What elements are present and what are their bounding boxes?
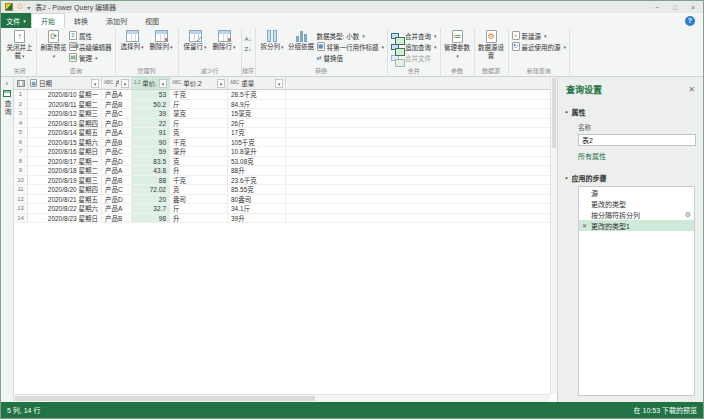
column-header-date[interactable]: ▦ 日期 ▾: [28, 77, 102, 89]
table-cell[interactable]: 千克: [170, 176, 228, 185]
table-cell[interactable]: 10.8毫升: [228, 147, 286, 156]
table-cell[interactable]: 2020/8/23 星期日: [28, 214, 102, 223]
table-cell[interactable]: 斤: [170, 204, 228, 213]
table-cell[interactable]: 2020/8/22 星期六: [28, 204, 102, 213]
table-cell[interactable]: 产品A: [102, 128, 132, 137]
row-number[interactable]: 10: [14, 176, 28, 185]
row-number[interactable]: 3: [14, 109, 28, 118]
table-cell[interactable]: 85.55克: [228, 185, 286, 194]
refresh-preview-button[interactable]: ⟳ 刷新预览▾: [40, 30, 67, 60]
table-cell[interactable]: 28.5千克: [228, 90, 286, 99]
table-cell[interactable]: 32.7: [132, 204, 170, 213]
filter-dropdown-icon[interactable]: ▾: [91, 79, 99, 88]
table-cell[interactable]: 15毫克: [228, 109, 286, 118]
manage-button[interactable]: ▤ 管理 ▾: [69, 52, 112, 63]
step-split-column-by-delimiter[interactable]: 按分隔符拆分列 ⚙: [579, 209, 694, 220]
table-cell[interactable]: 83.5: [132, 157, 170, 166]
table-cell[interactable]: 43.8: [132, 166, 170, 175]
scrollbar-thumb[interactable]: [15, 396, 315, 401]
table-cell[interactable]: 2020/8/16 星期日: [28, 147, 102, 156]
remove-rows-button[interactable]: × 删除行▾: [211, 30, 238, 52]
table-cell[interactable]: 产品C: [102, 109, 132, 118]
applied-steps-section-header[interactable]: ▸ 应用的步骤: [566, 173, 695, 183]
close-button[interactable]: ×: [687, 4, 699, 11]
step-changed-type[interactable]: 更改的类型: [579, 198, 694, 209]
keep-rows-button[interactable]: ✓ 保留行▾: [182, 30, 209, 52]
table-cell[interactable]: 产品D: [102, 119, 132, 128]
merge-queries-button[interactable]: 合并查询 ▾: [391, 30, 437, 41]
table-cell[interactable]: 105千克: [228, 138, 286, 147]
horizontal-scrollbar[interactable]: [14, 394, 550, 402]
table-cell[interactable]: 80盎司: [228, 195, 286, 204]
table-cell[interactable]: 产品A: [102, 204, 132, 213]
delete-step-icon[interactable]: ✕: [582, 222, 589, 229]
table-cell[interactable]: 59: [132, 147, 170, 156]
table-cell[interactable]: 2020/8/11 星期二: [28, 100, 102, 109]
filter-dropdown-icon[interactable]: ▾: [121, 79, 129, 88]
table-cell[interactable]: 产品B: [102, 176, 132, 185]
table-cell[interactable]: 2020/8/12 星期三: [28, 109, 102, 118]
table-cell[interactable]: 98: [132, 214, 170, 223]
table-cell[interactable]: 50.2: [132, 100, 170, 109]
queries-pane-collapsed[interactable]: › 查询: [1, 77, 14, 402]
table-cell[interactable]: 升: [170, 166, 228, 175]
filter-dropdown-icon[interactable]: ▾: [159, 79, 167, 88]
table-cell[interactable]: 91: [132, 128, 170, 137]
panel-close-icon[interactable]: ✕: [688, 85, 695, 94]
column-header-unitprice2[interactable]: ABC 单价.2 ▾: [170, 77, 228, 89]
data-type-button[interactable]: 数据类型: 小数 ▾: [317, 30, 385, 41]
all-properties-link[interactable]: 所有属性: [578, 151, 695, 161]
row-number[interactable]: 11: [14, 185, 28, 194]
table-cell[interactable]: 斤: [170, 100, 228, 109]
table-cell[interactable]: 88升: [228, 166, 286, 175]
manage-parameters-button[interactable]: ≔ 管理参数▾: [444, 30, 471, 60]
quick-access-caret-icon[interactable]: ▾: [27, 4, 30, 11]
table-cell[interactable]: 产品B: [102, 214, 132, 223]
table-cell[interactable]: 升: [170, 214, 228, 223]
group-by-button[interactable]: 分组依据: [288, 30, 315, 51]
table-cell[interactable]: 88: [132, 176, 170, 185]
row-number[interactable]: 2: [14, 100, 28, 109]
table-cell[interactable]: 20: [132, 195, 170, 204]
close-and-load-button[interactable]: ↑ 关闭并上载▾: [6, 30, 33, 60]
table-cell[interactable]: 53: [132, 90, 170, 99]
table-cell[interactable]: 22: [132, 119, 170, 128]
table-cell[interactable]: 产品C: [102, 147, 132, 156]
append-queries-button[interactable]: 追加查询 ▾: [391, 41, 437, 52]
table-cell[interactable]: 产品A: [102, 166, 132, 175]
row-number[interactable]: 12: [14, 195, 28, 204]
table-cell[interactable]: 千克: [170, 90, 228, 99]
table-cell[interactable]: 产品B: [102, 138, 132, 147]
feedback-smiley-icon[interactable]: ☺: [16, 3, 24, 11]
row-number[interactable]: 5: [14, 128, 28, 137]
column-header-product[interactable]: ABC 产品 ▾: [102, 77, 132, 89]
table-cell[interactable]: 产品A: [102, 90, 132, 99]
table-cell[interactable]: 53.08克: [228, 157, 286, 166]
table-cell[interactable]: 39升: [228, 214, 286, 223]
table-cell[interactable]: 克: [170, 185, 228, 194]
table-cell[interactable]: 产品C: [102, 185, 132, 194]
table-cell[interactable]: 斤: [170, 119, 228, 128]
table-cell[interactable]: 84.9斤: [228, 100, 286, 109]
table-cell[interactable]: 产品D: [102, 157, 132, 166]
table-cell[interactable]: 千克: [170, 138, 228, 147]
step-changed-type1[interactable]: ✕ 更改的类型1: [579, 220, 694, 231]
tab-transform[interactable]: 转换: [65, 13, 97, 28]
new-source-button[interactable]: + 新建源 ▾: [512, 30, 567, 41]
vertical-scrollbar[interactable]: [550, 77, 557, 394]
table-cell[interactable]: 34.1斤: [228, 204, 286, 213]
maximize-button[interactable]: □: [669, 4, 681, 11]
file-menu-button[interactable]: 文件 ▾: [1, 13, 31, 28]
table-cell[interactable]: 产品B: [102, 100, 132, 109]
scrollbar-thumb[interactable]: [552, 78, 556, 148]
row-number[interactable]: 8: [14, 157, 28, 166]
remove-columns-button[interactable]: × 删除列▾: [148, 30, 175, 52]
recent-sources-button[interactable]: ↻ 最近使用的源 ▾: [512, 41, 567, 52]
table-cell[interactable]: 克: [170, 157, 228, 166]
table-cell[interactable]: 17克: [228, 128, 286, 137]
replace-values-button[interactable]: ⇄ 替换值: [317, 52, 385, 63]
filter-dropdown-icon[interactable]: ▾: [217, 79, 225, 88]
table-cell[interactable]: 72.02: [132, 185, 170, 194]
table-cell[interactable]: 39: [132, 109, 170, 118]
table-cell[interactable]: 23.6千克: [228, 176, 286, 185]
